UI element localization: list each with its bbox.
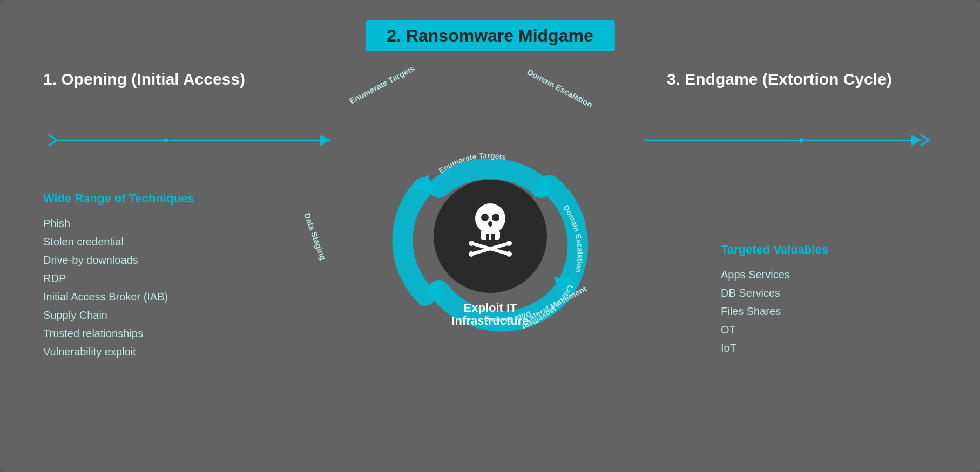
right-arrow (645, 132, 937, 148)
svg-point-22 (506, 251, 512, 257)
left-arrow (43, 132, 335, 148)
right-section: 3. Endgame (Extortion Cycle) (667, 70, 937, 105)
valuables-list: Apps ServicesDB ServicesFiles SharesOTIo… (721, 265, 937, 357)
svg-rect-13 (491, 234, 495, 240)
technique-item: Phish (43, 214, 194, 232)
svg-point-21 (469, 251, 474, 257)
valuables-section: Targeted Valuables Apps ServicesDB Servi… (721, 243, 937, 357)
svg-rect-11 (481, 231, 500, 240)
title-box: 2. Ransomware Midgame (365, 20, 614, 51)
page-title: 2. Ransomware Midgame (387, 26, 593, 45)
svg-rect-12 (486, 234, 489, 240)
technique-item: Vulnerability exploit (43, 343, 194, 361)
svg-marker-3 (165, 138, 170, 143)
techniques-section: Wide Range of Techniques PhishStolen cre… (43, 191, 194, 361)
valuable-item: Files Shares (721, 302, 937, 320)
valuables-title: Targeted Valuables (721, 243, 937, 257)
techniques-title: Wide Range of Techniques (43, 191, 194, 206)
valuable-item: IoT (721, 339, 937, 357)
technique-item: RDP (43, 269, 194, 288)
left-arrow-container (43, 132, 335, 148)
techniques-list: PhishStolen credentialDrive-by downloads… (43, 214, 194, 361)
main-container: 2. Ransomware Midgame 1. Opening (Initia… (0, 0, 980, 472)
valuable-item: OT (721, 320, 937, 339)
right-arrow-container (645, 132, 937, 148)
endgame-title: 3. Endgame (Extortion Cycle) (667, 70, 937, 88)
center-diagram: Exploit IT Infrastructure Enumerate Targ… (377, 123, 604, 350)
svg-point-15 (492, 214, 499, 221)
svg-point-10 (475, 203, 505, 234)
data-staging-label: Data Staging (302, 212, 328, 262)
valuable-item: DB Services (721, 284, 937, 302)
svg-point-20 (506, 241, 512, 246)
left-section: 1. Opening (Initial Access) (43, 70, 313, 105)
opening-title: 1. Opening (Initial Access) (43, 70, 313, 88)
technique-item: Initial Access Broker (IAB) (43, 288, 194, 306)
circular-diagram: Exploit IT Infrastructure Enumerate Targ… (377, 123, 604, 350)
technique-item: Stolen credential (43, 232, 194, 251)
domain-escalation-label: Domain Escalation (526, 67, 594, 109)
svg-point-16 (488, 221, 492, 227)
technique-item: Trusted relationships (43, 324, 194, 343)
svg-point-19 (469, 241, 474, 246)
center-label1: Exploit IT (463, 301, 517, 314)
enumerate-targets-label: Enumerate Targets (348, 63, 416, 105)
svg-marker-29 (800, 138, 806, 143)
valuable-item: Apps Services (721, 265, 937, 284)
svg-point-14 (481, 214, 489, 221)
technique-item: Supply Chain (43, 306, 194, 324)
technique-item: Drive-by downloads (43, 251, 194, 269)
